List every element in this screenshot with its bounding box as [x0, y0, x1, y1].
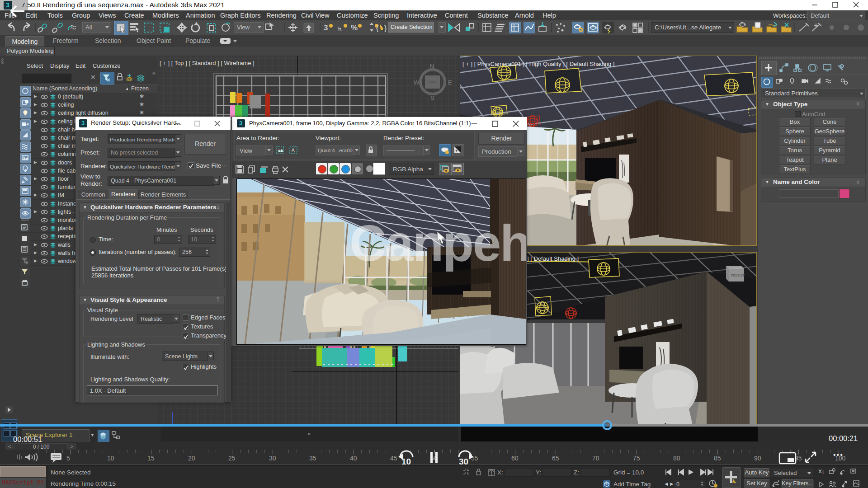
- svg-text:A: A: [292, 148, 295, 153]
- svg-text:S: S: [430, 94, 434, 101]
- svg-text:+: +: [455, 149, 458, 153]
- svg-text:}: }: [384, 24, 387, 32]
- svg-text:I: I: [822, 469, 824, 475]
- svg-text:⦜: ⦜: [338, 24, 342, 32]
- svg-text:W: W: [414, 79, 420, 86]
- svg-text:10: 10: [401, 457, 411, 466]
- svg-text:TOP: TOP: [429, 80, 436, 84]
- svg-text:3: 3: [324, 23, 328, 32]
- svg-text:%: %: [351, 23, 358, 32]
- svg-text:E: E: [448, 79, 452, 86]
- svg-text:30: 30: [459, 457, 468, 466]
- svg-text:N: N: [430, 63, 434, 70]
- svg-text:+: +: [271, 22, 274, 28]
- svg-text:FRONT: FRONT: [731, 273, 745, 278]
- svg-text:{: {: [376, 24, 379, 32]
